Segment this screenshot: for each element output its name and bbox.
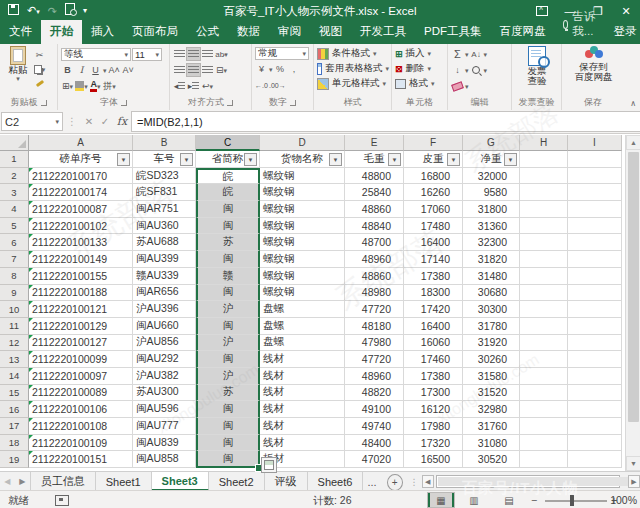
accounting-format-button[interactable]: ¥ [255, 63, 268, 75]
shrink-font-button[interactable]: A˅ [122, 64, 135, 76]
grid-cell-G3[interactable]: 9580 [463, 184, 520, 201]
grid-cell-D3[interactable]: 螺纹钢 [260, 184, 345, 201]
row-header-16[interactable]: 16 [0, 401, 29, 418]
vertical-scroll-thumb[interactable] [628, 152, 639, 422]
grid-cell-H17[interactable] [520, 418, 568, 435]
format-as-table-button[interactable]: 套用表格格式▾ [317, 62, 389, 75]
grid-cell-H13[interactable] [520, 351, 568, 368]
row-header-7[interactable]: 7 [0, 251, 29, 268]
grid-cell-F8[interactable]: 17380 [404, 268, 463, 285]
row-header-1[interactable]: 1 [0, 151, 29, 168]
grid-cell-A16[interactable]: 2112220100106 [29, 401, 133, 418]
sign-in-button[interactable]: 登录 [605, 20, 640, 44]
grid-cell-E17[interactable]: 49740 [345, 418, 404, 435]
grid-cell-H5[interactable] [520, 218, 568, 235]
column-header-I[interactable]: I [568, 135, 622, 151]
tell-me-box[interactable]: 告诉我... [555, 5, 605, 44]
grid-cell-E7[interactable]: 48960 [345, 251, 404, 268]
grid-cell-C13[interactable]: 闽 [196, 351, 260, 368]
increase-indent-button[interactable]: ▸ [187, 80, 200, 92]
fill-button[interactable]: ↓ [451, 64, 464, 76]
grid-cell-B10[interactable]: 沪AU396 [133, 301, 196, 318]
grid-cell-B15[interactable]: 苏AU300 [133, 385, 196, 402]
underline-button[interactable]: U [89, 64, 102, 76]
column-header-D[interactable]: D [260, 135, 345, 151]
grid-cell-D8[interactable]: 螺纹钢 [260, 268, 345, 285]
grid-cell-B19[interactable]: 闽AU858 [133, 451, 196, 468]
grid-cell-A3[interactable]: 2112220100174 [29, 184, 133, 201]
grid-cell-I14[interactable] [568, 368, 622, 385]
grid-cell-E11[interactable]: 48180 [345, 318, 404, 335]
grid-cell-B11[interactable]: 闽AU660 [133, 318, 196, 335]
align-right-button[interactable] [201, 64, 214, 76]
row-header-3[interactable]: 3 [0, 184, 29, 201]
grid-cell-D11[interactable]: 盘螺 [260, 318, 345, 335]
grid-cell-I5[interactable] [568, 218, 622, 235]
save-icon[interactable] [8, 0, 19, 22]
filter-dropdown-icon[interactable]: ▼ [329, 153, 342, 166]
grid-cell-I19[interactable] [568, 451, 622, 468]
grid-cell-B4[interactable]: 闽AR751 [133, 201, 196, 218]
grid-cell-E4[interactable]: 48860 [345, 201, 404, 218]
grid-cell-H18[interactable] [520, 435, 568, 452]
grid-cell-D17[interactable]: 线材 [260, 418, 345, 435]
grid-cell-A18[interactable]: 2112220100109 [29, 435, 133, 452]
row-header-10[interactable]: 10 [0, 301, 29, 318]
grid-cell-C1[interactable]: 省简称▼ [196, 151, 260, 168]
enter-icon[interactable]: ✓ [97, 116, 113, 127]
row-header-9[interactable]: 9 [0, 285, 29, 302]
font-name-combo[interactable]: 等线▾ [61, 48, 131, 61]
zoom-slider-thumb[interactable] [570, 495, 574, 506]
grid-cell-D4[interactable]: 螺纹钢 [260, 201, 345, 218]
ribbon-tab-开始[interactable]: 开始 [41, 20, 82, 44]
grid-cell-E19[interactable]: 47020 [345, 451, 404, 468]
grid-cell-H1[interactable] [520, 151, 568, 168]
percent-style-button[interactable]: % [274, 63, 287, 75]
filter-dropdown-icon[interactable]: ▼ [388, 153, 401, 166]
grid-cell-F4[interactable]: 17060 [404, 201, 463, 218]
conditional-formatting-button[interactable]: 条件格式▾ [317, 47, 389, 60]
hscroll-right-icon[interactable]: ▶ [628, 475, 640, 488]
row-header-8[interactable]: 8 [0, 268, 29, 285]
ribbon-display-options-icon[interactable] [528, 0, 556, 22]
grid-cell-E1[interactable]: 毛重▼ [345, 151, 404, 168]
ribbon-tab-视图[interactable]: 视图 [310, 20, 351, 44]
grid-cell-E13[interactable]: 47720 [345, 351, 404, 368]
grid-cell-B13[interactable]: 闽AU292 [133, 351, 196, 368]
grid-cell-B7[interactable]: 闽AU399 [133, 251, 196, 268]
redo-icon[interactable]: ↷ [48, 0, 57, 22]
grid-cell-G10[interactable]: 30300 [463, 301, 520, 318]
grid-cell-E6[interactable]: 48700 [345, 234, 404, 251]
grid-cell-F11[interactable]: 16400 [404, 318, 463, 335]
grid-cell-H19[interactable] [520, 451, 568, 468]
grid-cell-D1[interactable]: 货物名称▼ [260, 151, 345, 168]
grid-cell-D5[interactable]: 螺纹钢 [260, 218, 345, 235]
grid-cell-E5[interactable]: 48840 [345, 218, 404, 235]
align-middle-button[interactable] [187, 48, 200, 60]
font-dialog-launcher-icon[interactable] [121, 100, 127, 106]
grid-cell-B12[interactable]: 沪AU856 [133, 335, 196, 352]
grid-cell-F16[interactable]: 16120 [404, 401, 463, 418]
grid-cell-D16[interactable]: 线材 [260, 401, 345, 418]
zoom-slider[interactable] [545, 500, 607, 502]
filter-dropdown-icon[interactable]: ▼ [180, 153, 193, 166]
grid-cell-E3[interactable]: 25840 [345, 184, 404, 201]
insert-cells-button[interactable]: ⊞插入▾ [395, 47, 445, 60]
grid-cell-F18[interactable]: 17320 [404, 435, 463, 452]
grid-cell-F7[interactable]: 17140 [404, 251, 463, 268]
phonetic-guide-button[interactable]: 拼▾ [103, 80, 116, 92]
grid-cell-H9[interactable] [520, 285, 568, 302]
horizontal-scroll-thumb[interactable] [438, 477, 628, 486]
grid-cell-G11[interactable]: 31780 [463, 318, 520, 335]
collapse-ribbon-icon[interactable]: ∧ [630, 99, 636, 108]
grid-cell-C16[interactable]: 闽 [196, 401, 260, 418]
ribbon-tab-审阅[interactable]: 审阅 [269, 20, 310, 44]
alignment-dialog-launcher-icon[interactable] [227, 100, 233, 106]
grid-cell-F2[interactable]: 16800 [404, 168, 463, 185]
grid-cell-G5[interactable]: 31360 [463, 218, 520, 235]
ribbon-tab-PDF工具集[interactable]: PDF工具集 [415, 20, 491, 44]
grid-cell-G2[interactable]: 32000 [463, 168, 520, 185]
grid-cell-C7[interactable]: 闽 [196, 251, 260, 268]
grid-cell-H2[interactable] [520, 168, 568, 185]
grid-cell-F3[interactable]: 16260 [404, 184, 463, 201]
